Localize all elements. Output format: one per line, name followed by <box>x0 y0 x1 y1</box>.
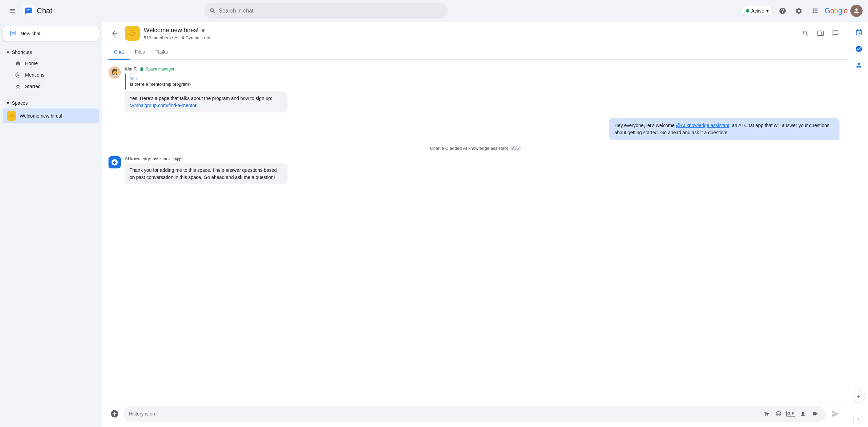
kim-sender-name: Kim R <box>125 66 137 72</box>
bot-sender-name: AI knowledge assistant <box>125 156 170 161</box>
chat-title-dropdown[interactable]: ▾ <box>201 26 205 35</box>
bot-message-content: AI knowledge assistant App Thank you for… <box>125 156 842 184</box>
members-count: 510 members <box>144 35 171 40</box>
bot-message-bubble: Thank you for adding me to this space. I… <box>125 163 288 184</box>
sidebar: New chat ▾ Shortcuts Home Mentions Starr… <box>0 22 102 427</box>
emoji-button[interactable] <box>773 408 784 419</box>
input-actions: GIF <box>761 408 821 419</box>
rail-contacts-button[interactable] <box>852 58 866 72</box>
org-name: All of Cymbal Labs <box>175 35 211 40</box>
status-chevron-icon: ▾ <box>766 8 769 14</box>
video-call-button[interactable] <box>810 408 821 419</box>
settings-button[interactable] <box>792 4 806 18</box>
diamond-icon <box>139 67 144 72</box>
menu-icon[interactable] <box>5 4 19 18</box>
shortcuts-chevron-icon: ▾ <box>7 49 9 55</box>
top-header: Chat Active ▾ Google <box>0 0 868 22</box>
chat-header: 🤝 Welcome new hires! ▾ 510 members • All… <box>102 22 849 45</box>
user-avatar[interactable] <box>850 5 863 17</box>
home-icon <box>15 60 21 66</box>
right-rail: + › <box>849 22 868 427</box>
format-text-button[interactable] <box>761 408 772 419</box>
status-dot <box>746 9 749 13</box>
tab-tasks[interactable]: Tasks <box>150 45 173 60</box>
search-icon <box>209 7 216 14</box>
spaces-chevron-icon: ▾ <box>7 100 9 106</box>
mentions-icon <box>15 72 21 78</box>
messages-container: 👩‍💼 Kim R Space manager You Is there a m… <box>102 60 849 402</box>
app-title: Chat <box>37 6 52 15</box>
space-emoji-icon: 🤝 <box>7 111 16 121</box>
new-chat-button[interactable]: New chat <box>3 26 99 41</box>
status-label: Active <box>751 8 764 14</box>
rail-expand-button[interactable]: › <box>853 415 864 423</box>
input-area: GIF <box>102 402 849 427</box>
tab-files[interactable]: Files <box>130 45 151 60</box>
sidebar-item-home[interactable]: Home <box>3 58 99 69</box>
header-right-actions: Active ▾ Google <box>742 4 863 18</box>
shortcuts-label: Shortcuts <box>12 49 32 55</box>
spaces-header[interactable]: ▾ Spaces <box>3 98 99 108</box>
apps-button[interactable] <box>808 4 822 18</box>
rail-tasks-button[interactable] <box>852 42 866 56</box>
chat-header-info: Welcome new hires! ▾ 510 members • All o… <box>144 26 795 40</box>
rail-add-button[interactable]: + <box>853 390 865 403</box>
send-button[interactable] <box>829 407 842 421</box>
text-input-wrapper: GIF <box>123 406 826 422</box>
shortcuts-section[interactable]: ▾ Shortcuts <box>3 47 99 58</box>
space-manager-badge: Space manager <box>139 67 174 72</box>
app-logo-area: Chat <box>23 5 52 16</box>
add-attachment-button[interactable] <box>108 408 121 420</box>
mentorship-link[interactable]: cymbalgroup.com/find-a-mentor <box>130 103 197 108</box>
message-group-kim: 👩‍💼 Kim R Space manager You Is there a m… <box>108 66 842 113</box>
kim-sender-line: Kim R Space manager <box>125 66 842 72</box>
new-chat-label: New chat <box>21 31 40 36</box>
kim-message-content: Kim R Space manager You Is there a mento… <box>125 66 842 113</box>
chat-logo-icon <box>23 5 34 16</box>
status-button[interactable]: Active ▾ <box>742 6 773 16</box>
ai-mention-link[interactable]: @AI knowledge assistant <box>676 123 729 128</box>
tabs-bar: Chat Files Tasks <box>102 45 849 60</box>
tab-chat[interactable]: Chat <box>108 45 130 60</box>
spaces-label: Spaces <box>12 100 28 106</box>
outgoing-text-part1: Hey everyone, let's welcome <box>614 123 676 128</box>
bot-message-text: Thank you for adding me to this space. I… <box>130 167 277 180</box>
chat-title: Welcome new hires! ▾ <box>144 26 795 35</box>
main-layout: New chat ▾ Shortcuts Home Mentions Starr… <box>0 22 868 427</box>
outgoing-message-row: Hey everyone, let's welcome @AI knowledg… <box>108 118 842 140</box>
home-label: Home <box>25 61 38 66</box>
mentions-label: Mentions <box>25 72 44 78</box>
bot-avatar <box>108 156 121 168</box>
chat-header-sub: 510 members • All of Cymbal Labs <box>144 35 795 40</box>
bot-sender-line: AI knowledge assistant App <box>125 156 842 161</box>
space-manager-label: Space manager <box>145 67 174 72</box>
chat-header-actions <box>799 26 842 40</box>
sidebar-item-welcome-new-hires[interactable]: 🤝 Welcome new hires! <box>3 108 99 123</box>
search-input[interactable] <box>219 8 442 14</box>
quoted-message: You Is there a mentorship program? <box>125 74 233 89</box>
search-bar <box>204 3 448 19</box>
chat-search-button[interactable] <box>799 26 812 40</box>
system-message-text: Charlie C added AI knowledge assistant <box>430 146 508 151</box>
quoted-text: Is there a mentorship program? <box>130 82 229 87</box>
panel-toggle-button[interactable] <box>814 26 827 40</box>
google-logo: Google <box>825 6 848 15</box>
starred-label: Starred <box>25 84 41 89</box>
outgoing-bubble: Hey everyone, let's welcome @AI knowledg… <box>609 118 840 140</box>
sidebar-item-mentions[interactable]: Mentions <box>3 69 99 81</box>
gif-label: GIF <box>786 411 795 417</box>
back-button[interactable] <box>108 27 121 39</box>
message-input[interactable] <box>129 411 758 416</box>
chat-area: 🤝 Welcome new hires! ▾ 510 members • All… <box>102 22 849 427</box>
kim-avatar: 👩‍💼 <box>108 66 121 79</box>
gif-button[interactable]: GIF <box>785 408 796 419</box>
kim-reply-text: Yes! Here's a page that talks about the … <box>130 96 272 101</box>
space-name: Welcome new hires! <box>20 113 62 119</box>
thread-button[interactable] <box>829 26 842 40</box>
system-message: Charlie C added AI knowledge assistant A… <box>108 146 842 151</box>
system-app-badge: App <box>510 146 521 151</box>
help-button[interactable] <box>776 4 789 18</box>
upload-button[interactable] <box>797 408 808 419</box>
sidebar-item-starred[interactable]: Starred <box>3 81 99 92</box>
rail-calendar-button[interactable] <box>852 26 866 39</box>
